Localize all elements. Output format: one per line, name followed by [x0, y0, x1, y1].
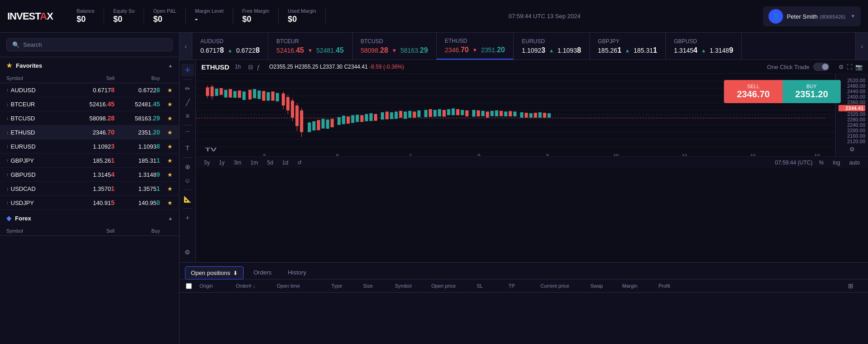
user-menu[interactable]: 👤 Peter Smith (80685426) ▼ [763, 6, 861, 26]
forex-section-header[interactable]: ◈ Forex ▲ [0, 210, 179, 226]
toolbar-separator [183, 125, 192, 125]
measure-tool-button[interactable]: 📐 [181, 193, 194, 205]
ticker-nav-right[interactable]: › [855, 33, 868, 60]
buy-price: 185.311 [115, 157, 160, 164]
chart-and-panel: ✛ ✏ ╱ ≡ ⌒ T ⊕ ☺ 📐 + ⚙ [180, 60, 868, 344]
buy-button[interactable]: BUY 2351.20 [783, 80, 841, 103]
list-item[interactable]: ↑ EURUSD 1.10923 1.10938 ★ [0, 140, 179, 154]
buy-price: 0.67228 [115, 86, 160, 94]
ticker-item-audusd[interactable]: AUDUSD 0.67178 ▲ 0.67228 [192, 33, 268, 60]
toolbar-separator [183, 157, 192, 158]
orders-tab[interactable]: Orders [247, 266, 278, 279]
svg-rect-85 [490, 111, 494, 116]
chart-settings-bottom-button[interactable]: ⚙ [181, 246, 194, 259]
ticker-item-btceur[interactable]: BTCEUR 52416.45 ▼ 52481.45 [268, 33, 352, 60]
toggle-columns-icon[interactable]: ⊞ [848, 282, 853, 289]
th-toggle[interactable]: ⊞ [848, 282, 862, 289]
tf-1m-button[interactable]: 1m [248, 159, 261, 167]
tf-1d-button[interactable]: 1d [279, 159, 291, 167]
search-input-wrap[interactable]: 🔍 [6, 38, 173, 51]
ticker-item-ethusd[interactable]: ETHUSD 2346.70 ▼ 2351.20 [437, 33, 514, 60]
sell-price: 0.67178 [69, 86, 115, 94]
tf-5y-button[interactable]: 5y [201, 159, 213, 167]
col-header-sell: Sell [69, 228, 115, 234]
toolbar-separator [183, 189, 192, 190]
used-margin-label: Used Margin [288, 8, 316, 14]
header-timestamp: 07:59:44 UTC 13 Sep 2024 [326, 13, 763, 20]
sell-price: 58098.28 [69, 115, 115, 122]
favorite-star-icon[interactable]: ★ [160, 199, 173, 206]
list-item[interactable]: ↓ BTCUSD 58098.28 58163.29 ★ [0, 111, 179, 125]
ticker-item-btcusd[interactable]: BTCUSD 58098.28 ▼ 58163.29 [353, 33, 437, 60]
scale-log-button[interactable]: log [830, 159, 843, 167]
svg-rect-48 [312, 121, 315, 130]
ticker-prices: 185.261 ▲ 185.311 [598, 46, 657, 55]
ticker-item-gbpjpy[interactable]: GBPJPY 185.261 ▲ 185.311 [590, 33, 666, 60]
open-positions-tab[interactable]: Open positions ⬇ [185, 266, 244, 279]
list-item[interactable]: ↑ AUDUSD 0.67178 0.67228 ★ [0, 83, 179, 97]
favorite-star-icon[interactable]: ★ [160, 115, 173, 122]
ticker-prices: 52416.45 ▼ 52481.45 [276, 46, 344, 55]
ticker-item-gbpusd[interactable]: GBPUSD 1.31454 ▲ 1.31489 [666, 33, 742, 60]
list-item[interactable]: ↑ GBPUSD 1.31454 1.31489 ★ [0, 168, 179, 182]
svg-rect-24 [243, 91, 246, 100]
ticker-item-eurusd[interactable]: EURUSD 1.10923 ▲ 1.10938 [514, 33, 589, 60]
forex-title: ◈ Forex [6, 214, 31, 222]
ticker-nav-left[interactable]: ‹ [180, 33, 192, 60]
favorite-star-icon[interactable]: ★ [160, 157, 173, 164]
scale-auto-button[interactable]: auto [847, 159, 863, 167]
svg-rect-96 [543, 113, 546, 118]
svg-rect-86 [495, 110, 498, 116]
list-item[interactable]: ↑ USDJPY 140.915 140.950 ★ [0, 196, 179, 210]
scale-percent-button[interactable]: % [816, 159, 827, 167]
emoji-tool-button[interactable]: ☺ [181, 174, 194, 187]
trend-up-icon: ↑ [6, 200, 9, 205]
price-axis-settings-icon[interactable]: ⚙ [838, 146, 865, 153]
ticker-symbol: EURUSD [522, 38, 581, 45]
balance-value: $0 [76, 15, 95, 24]
candle-type-icon[interactable]: ⊟ [248, 64, 253, 70]
indicators-icon[interactable]: ƒ [257, 64, 260, 70]
list-item[interactable]: ↓ ETHUSD 2346.70 2351.20 ★ [0, 125, 179, 140]
list-item[interactable]: ↑ GBPJPY 185.261 185.311 ★ [0, 154, 179, 168]
favorite-star-icon[interactable]: ★ [160, 143, 173, 150]
tf-replay-button[interactable]: ↺ [294, 159, 304, 167]
line-tool-button[interactable]: ╱ [181, 96, 194, 109]
price-level: 2320.00 [838, 111, 865, 117]
list-item[interactable]: ↓ USDCAD 1.35701 1.35751 ★ [0, 182, 179, 196]
favorite-star-icon[interactable]: ★ [160, 87, 173, 94]
th-swap: Swap [590, 282, 622, 289]
screenshot-icon[interactable]: 📷 [855, 64, 863, 70]
add-indicator-button[interactable]: + [181, 211, 194, 224]
favorite-star-icon[interactable]: ★ [160, 171, 173, 178]
svg-rect-41 [295, 105, 299, 126]
fullscreen-icon[interactable]: ⛶ [847, 64, 853, 70]
svg-rect-59 [365, 114, 368, 121]
favorites-section-header[interactable]: ★ Favorites ▲ [0, 57, 179, 74]
draw-tool-button[interactable]: ⌒ [181, 128, 194, 141]
pencil-tool-button[interactable]: ✏ [181, 82, 194, 95]
th-order[interactable]: Order# ↓ [236, 282, 277, 289]
chart-settings-icon[interactable]: ⚙ [838, 64, 844, 70]
tf-3m-button[interactable]: 3m [231, 159, 244, 167]
tf-1y-button[interactable]: 1y [216, 159, 228, 167]
chart-timeframe[interactable]: 1h [235, 64, 241, 70]
favorite-star-icon[interactable]: ★ [160, 129, 173, 136]
one-click-trade-toggle[interactable] [813, 63, 829, 71]
price-level: 2400.00 [838, 94, 865, 100]
chart-container: ✛ ✏ ╱ ≡ ⌒ T ⊕ ☺ 📐 + ⚙ [180, 60, 868, 262]
horizontal-line-button[interactable]: ≡ [181, 110, 194, 122]
tf-5d-button[interactable]: 5d [264, 159, 276, 167]
list-item[interactable]: ↓ BTCEUR 52416.45 52481.45 ★ [0, 97, 179, 111]
price-level: 2200.00 [838, 128, 865, 133]
favorite-star-icon[interactable]: ★ [160, 101, 173, 108]
favorite-star-icon[interactable]: ★ [160, 185, 173, 192]
search-input[interactable] [23, 41, 167, 48]
text-tool-button[interactable]: T [181, 142, 194, 155]
magnet-tool-button[interactable]: ⊕ [181, 160, 194, 173]
select-all-checkbox[interactable] [186, 283, 192, 289]
history-tab[interactable]: History [281, 266, 312, 279]
sell-button[interactable]: SELL 2346.70 [724, 80, 782, 103]
sell-price: 1.35701 [69, 185, 115, 192]
cursor-tool-button[interactable]: ✛ [181, 64, 194, 76]
